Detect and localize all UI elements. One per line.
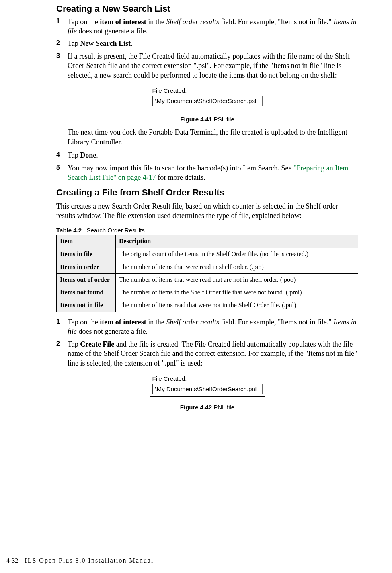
text: field. For example, "Items not in file." [219,18,333,26]
steps-section1: 1 Tap on the item of interest in the She… [56,17,358,80]
text: Tap [68,151,80,159]
text: . [131,39,133,47]
steps-section2: 1 Tap on the item of interest in the She… [56,318,358,368]
table-cell-item: Items not in file [57,299,116,312]
table-header-item: Item [57,235,116,248]
text-bold: Done [80,151,96,159]
table-cell-item: Items out of order [57,273,116,286]
text-italic: Shelf order results [166,18,219,26]
table-cell-desc: The number of items read that were not i… [116,299,358,312]
step-body: If a result is present, the File Created… [68,52,358,80]
text-bold: Create File [80,340,114,348]
step-number: 2 [56,340,68,368]
page-number: 4-32 [6,557,18,564]
figure-caption: Figure 4.41 PSL file [56,115,358,123]
text-italic: Shelf order results [166,318,219,326]
paragraph: This creates a new Search Order Result f… [56,202,358,221]
step-body: Tap New Search List. [68,39,358,48]
caption-text: PNL file [213,404,234,411]
table-cell-desc: The number of items that were read that … [116,273,358,286]
table-cell-desc: The number of items that were read in sh… [116,261,358,273]
table-cell-item: Items in file [57,248,116,261]
step-number: 1 [56,17,68,36]
text: Tap [68,340,80,348]
caption-text: PSL file [214,116,234,123]
text: does not generate a file. [77,27,148,35]
step-number: 4 [56,151,68,160]
table-cell-desc: The number of items in the Shelf Order f… [116,286,358,299]
step-number: 3 [56,52,68,80]
table-header-description: Description [116,235,358,248]
figure-psl-file: File Created: \My Documents\ShelfOrderSe… [56,85,358,109]
page-footer: 4-32 ILS Open Plus 3.0 Installation Manu… [6,557,154,565]
table-row: Items not in file The number of items re… [57,299,358,312]
table-row: Items out of order The number of items t… [57,273,358,286]
table-cell-desc: The original count of the items in the S… [116,248,358,261]
caption-label: Figure 4.42 [180,404,213,411]
text: in the [146,318,166,326]
step-body: You may now import this file to scan for… [68,164,358,183]
file-created-snippet: File Created: \My Documents\ShelfOrderSe… [150,85,265,109]
text: You may now import this file to scan for… [68,164,293,172]
step-number: 5 [56,164,68,183]
text: field. For example, "Items not in file." [219,318,333,326]
table-cell-item: Items not found [57,286,116,299]
figure-pnl-file: File Created: \My Documents\ShelfOrderSe… [56,373,358,397]
table-row: Items in file The original count of the … [57,248,358,261]
text: Tap on the [68,18,100,26]
table-caption: Table 4.2 Search Order Results [56,226,358,234]
caption-label: Figure 4.41 [180,116,213,123]
heading-create-new-search-list: Creating a New Search List [56,3,358,15]
step-body: Tap Create File and the file is created.… [68,340,358,368]
text: for more details. [156,173,205,181]
table-row: Items not found The number of items in t… [57,286,358,299]
text-bold: New Search List [80,39,131,47]
text: Tap on the [68,318,100,326]
file-created-snippet: File Created: \My Documents\ShelfOrderSe… [150,373,265,397]
step-number: 2 [56,39,68,48]
manual-title: ILS Open Plus 3.0 Installation Manual [25,557,154,564]
text: does not generate a file. [77,327,148,335]
file-created-label: File Created: [152,87,263,95]
step-number: 1 [56,318,68,337]
file-created-value: \My Documents\ShelfOrderSearch.psl [152,96,263,106]
text: in the [146,18,166,26]
table-row: Items in order The number of items that … [57,261,358,273]
text: Tap [68,39,80,47]
text-bold: item of interest [100,18,146,26]
step-body: Tap on the item of interest in the Shelf… [68,17,358,36]
table-title: Search Order Results [87,227,145,234]
steps-section1b: 4 Tap Done. 5 You may now import this fi… [56,151,358,182]
figure-caption: Figure 4.42 PNL file [56,403,358,411]
search-order-results-table: Item Description Items in file The origi… [56,235,358,312]
table-label: Table 4.2 [56,227,82,234]
file-created-value: \My Documents\ShelfOrderSearch.pnl [152,384,263,394]
table-cell-item: Items in order [57,261,116,273]
paragraph: The next time you dock the Portable Data… [68,128,358,147]
text: . [96,151,98,159]
step-body: Tap Done. [68,151,358,160]
file-created-label: File Created: [152,375,263,383]
text-bold: item of interest [100,318,146,326]
heading-create-file-from-shelf-order: Creating a File from Shelf Order Results [56,187,358,199]
step-body: Tap on the item of interest in the Shelf… [68,318,358,337]
